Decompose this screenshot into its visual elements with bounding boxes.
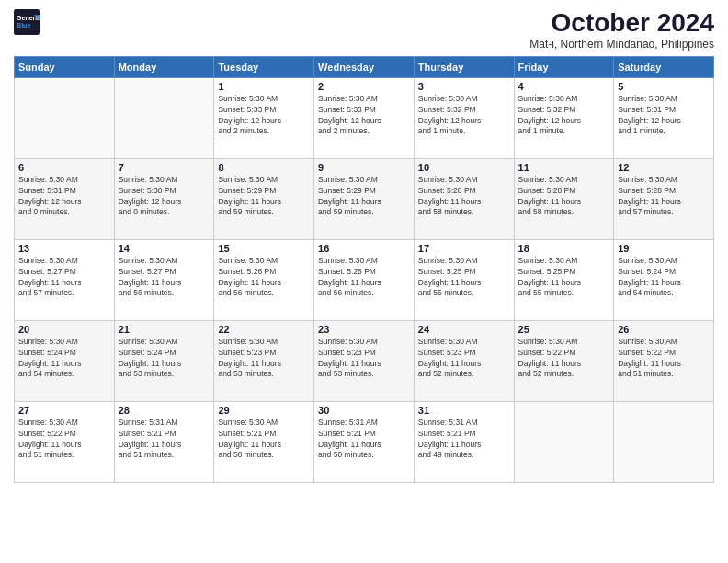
table-row: 28Sunrise: 5:31 AMSunset: 5:21 PMDayligh… [114, 401, 214, 482]
table-row: 15Sunrise: 5:30 AMSunset: 5:26 PMDayligh… [214, 239, 314, 320]
day-info: Sunrise: 5:30 AMSunset: 5:25 PMDaylight:… [418, 256, 510, 300]
day-info: Sunrise: 5:30 AMSunset: 5:26 PMDaylight:… [318, 256, 410, 300]
day-number: 30 [318, 405, 410, 416]
table-row: 4Sunrise: 5:30 AMSunset: 5:32 PMDaylight… [514, 77, 614, 158]
day-number: 21 [119, 324, 210, 335]
col-sunday: Sunday [15, 56, 115, 77]
table-row: 16Sunrise: 5:30 AMSunset: 5:26 PMDayligh… [314, 239, 415, 320]
day-number: 25 [518, 324, 610, 335]
table-row: 29Sunrise: 5:30 AMSunset: 5:21 PMDayligh… [214, 401, 314, 482]
day-info: Sunrise: 5:31 AMSunset: 5:21 PMDaylight:… [418, 418, 510, 462]
day-info: Sunrise: 5:30 AMSunset: 5:27 PMDaylight:… [119, 256, 210, 300]
svg-text:Blue: Blue [17, 22, 30, 29]
day-info: Sunrise: 5:30 AMSunset: 5:21 PMDaylight:… [218, 418, 310, 462]
table-row: 9Sunrise: 5:30 AMSunset: 5:29 PMDaylight… [314, 158, 415, 239]
day-number: 7 [119, 162, 210, 173]
table-row: 25Sunrise: 5:30 AMSunset: 5:22 PMDayligh… [514, 320, 614, 401]
day-info: Sunrise: 5:30 AMSunset: 5:22 PMDaylight:… [618, 337, 710, 381]
day-number: 6 [18, 162, 110, 173]
day-number: 22 [218, 324, 310, 335]
col-thursday: Thursday [414, 56, 514, 77]
table-row: 18Sunrise: 5:30 AMSunset: 5:25 PMDayligh… [514, 239, 614, 320]
day-number: 14 [119, 243, 210, 254]
table-row: 14Sunrise: 5:30 AMSunset: 5:27 PMDayligh… [114, 239, 214, 320]
day-info: Sunrise: 5:30 AMSunset: 5:29 PMDaylight:… [318, 175, 410, 219]
day-number: 18 [518, 243, 610, 254]
table-row: 3Sunrise: 5:30 AMSunset: 5:32 PMDaylight… [414, 77, 514, 158]
calendar-page: General Blue October 2024 Mat-i, Norther… [0, 0, 728, 563]
day-info: Sunrise: 5:30 AMSunset: 5:28 PMDaylight:… [618, 175, 710, 219]
day-info: Sunrise: 5:30 AMSunset: 5:31 PMDaylight:… [18, 175, 110, 219]
day-number: 8 [218, 162, 310, 173]
table-row [614, 401, 714, 482]
day-number: 27 [18, 405, 110, 416]
logo: General Blue [14, 9, 40, 35]
col-friday: Friday [514, 56, 614, 77]
day-number: 28 [119, 405, 210, 416]
day-info: Sunrise: 5:30 AMSunset: 5:30 PMDaylight:… [119, 175, 210, 219]
day-info: Sunrise: 5:30 AMSunset: 5:32 PMDaylight:… [518, 94, 610, 138]
table-row: 27Sunrise: 5:30 AMSunset: 5:22 PMDayligh… [15, 401, 115, 482]
calendar-week-3: 13Sunrise: 5:30 AMSunset: 5:27 PMDayligh… [15, 239, 714, 320]
day-info: Sunrise: 5:30 AMSunset: 5:26 PMDaylight:… [218, 256, 310, 300]
day-info: Sunrise: 5:31 AMSunset: 5:21 PMDaylight:… [119, 418, 210, 462]
table-row: 24Sunrise: 5:30 AMSunset: 5:23 PMDayligh… [414, 320, 514, 401]
col-saturday: Saturday [614, 56, 714, 77]
header: General Blue October 2024 Mat-i, Norther… [14, 9, 714, 51]
day-info: Sunrise: 5:30 AMSunset: 5:28 PMDaylight:… [418, 175, 510, 219]
header-row: Sunday Monday Tuesday Wednesday Thursday… [15, 56, 714, 77]
table-row [514, 401, 614, 482]
table-row: 30Sunrise: 5:31 AMSunset: 5:21 PMDayligh… [314, 401, 415, 482]
day-number: 31 [418, 405, 510, 416]
calendar-week-5: 27Sunrise: 5:30 AMSunset: 5:22 PMDayligh… [15, 401, 714, 482]
table-row: 5Sunrise: 5:30 AMSunset: 5:31 PMDaylight… [614, 77, 714, 158]
day-info: Sunrise: 5:31 AMSunset: 5:21 PMDaylight:… [318, 418, 410, 462]
table-row [114, 77, 214, 158]
day-info: Sunrise: 5:30 AMSunset: 5:24 PMDaylight:… [18, 337, 110, 381]
day-number: 3 [418, 81, 510, 92]
col-monday: Monday [114, 56, 214, 77]
table-row: 26Sunrise: 5:30 AMSunset: 5:22 PMDayligh… [614, 320, 714, 401]
col-wednesday: Wednesday [314, 56, 415, 77]
calendar-week-2: 6Sunrise: 5:30 AMSunset: 5:31 PMDaylight… [15, 158, 714, 239]
day-number: 11 [518, 162, 610, 173]
table-row: 19Sunrise: 5:30 AMSunset: 5:24 PMDayligh… [614, 239, 714, 320]
day-number: 4 [518, 81, 610, 92]
day-number: 17 [418, 243, 510, 254]
table-row: 7Sunrise: 5:30 AMSunset: 5:30 PMDaylight… [114, 158, 214, 239]
day-number: 20 [18, 324, 110, 335]
day-info: Sunrise: 5:30 AMSunset: 5:24 PMDaylight:… [119, 337, 210, 381]
day-info: Sunrise: 5:30 AMSunset: 5:31 PMDaylight:… [618, 94, 710, 138]
day-number: 12 [618, 162, 710, 173]
logo-icon: General Blue [14, 9, 40, 35]
day-number: 23 [318, 324, 410, 335]
table-row: 2Sunrise: 5:30 AMSunset: 5:33 PMDaylight… [314, 77, 415, 158]
calendar-week-1: 1Sunrise: 5:30 AMSunset: 5:33 PMDaylight… [15, 77, 714, 158]
calendar-week-4: 20Sunrise: 5:30 AMSunset: 5:24 PMDayligh… [15, 320, 714, 401]
day-number: 2 [318, 81, 410, 92]
calendar-table: Sunday Monday Tuesday Wednesday Thursday… [14, 56, 714, 483]
day-info: Sunrise: 5:30 AMSunset: 5:28 PMDaylight:… [518, 175, 610, 219]
table-row: 31Sunrise: 5:31 AMSunset: 5:21 PMDayligh… [414, 401, 514, 482]
day-info: Sunrise: 5:30 AMSunset: 5:22 PMDaylight:… [518, 337, 610, 381]
month-title: October 2024 [529, 9, 714, 38]
day-number: 26 [618, 324, 710, 335]
day-info: Sunrise: 5:30 AMSunset: 5:24 PMDaylight:… [618, 256, 710, 300]
table-row: 21Sunrise: 5:30 AMSunset: 5:24 PMDayligh… [114, 320, 214, 401]
table-row: 22Sunrise: 5:30 AMSunset: 5:23 PMDayligh… [214, 320, 314, 401]
day-number: 15 [218, 243, 310, 254]
day-info: Sunrise: 5:30 AMSunset: 5:33 PMDaylight:… [218, 94, 310, 138]
day-info: Sunrise: 5:30 AMSunset: 5:23 PMDaylight:… [218, 337, 310, 381]
table-row [15, 77, 115, 158]
day-number: 29 [218, 405, 310, 416]
day-number: 9 [318, 162, 410, 173]
title-block: October 2024 Mat-i, Northern Mindanao, P… [529, 9, 714, 51]
table-row: 13Sunrise: 5:30 AMSunset: 5:27 PMDayligh… [15, 239, 115, 320]
day-info: Sunrise: 5:30 AMSunset: 5:29 PMDaylight:… [218, 175, 310, 219]
day-number: 13 [18, 243, 110, 254]
table-row: 6Sunrise: 5:30 AMSunset: 5:31 PMDaylight… [15, 158, 115, 239]
table-row: 17Sunrise: 5:30 AMSunset: 5:25 PMDayligh… [414, 239, 514, 320]
day-info: Sunrise: 5:30 AMSunset: 5:25 PMDaylight:… [518, 256, 610, 300]
col-tuesday: Tuesday [214, 56, 314, 77]
table-row: 10Sunrise: 5:30 AMSunset: 5:28 PMDayligh… [414, 158, 514, 239]
